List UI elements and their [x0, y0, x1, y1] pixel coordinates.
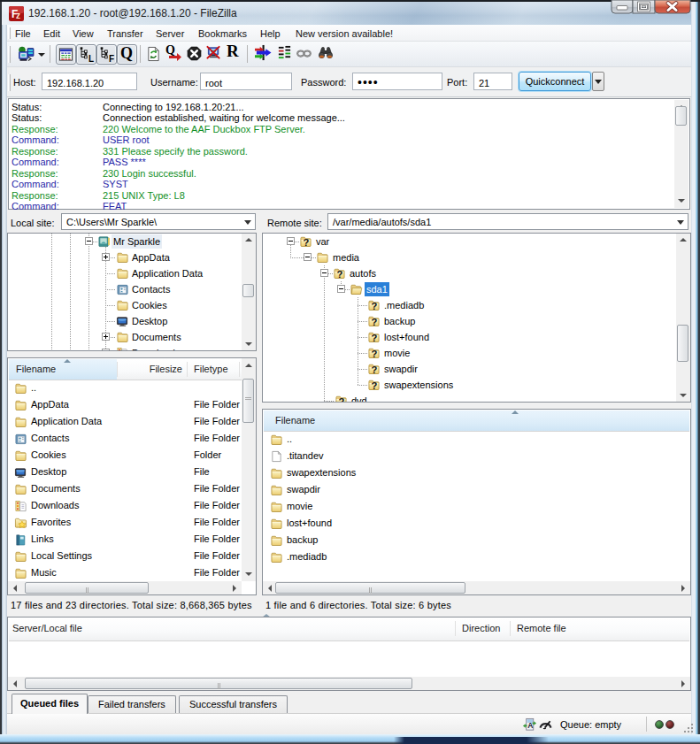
svg-text:z: z — [16, 11, 20, 20]
